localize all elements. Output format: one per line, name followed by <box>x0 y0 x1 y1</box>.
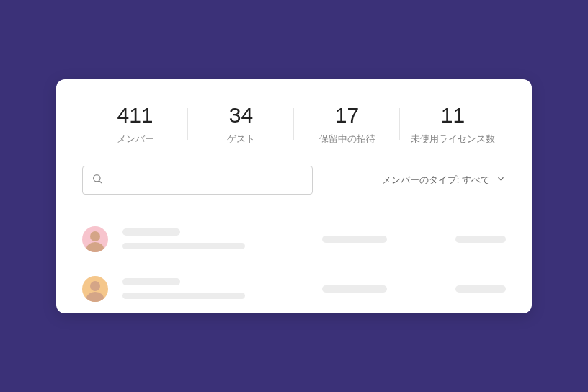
stat-pending-invites: 17 保留中の招待 <box>294 102 400 146</box>
skeleton-text <box>122 243 245 249</box>
stat-unused-licenses: 11 未使用ライセンス数 <box>400 102 506 146</box>
mid-column <box>297 236 411 243</box>
name-column <box>122 278 282 299</box>
controls-row: メンバーのタイプ: すべて <box>82 166 506 195</box>
stat-label: 保留中の招待 <box>294 133 400 146</box>
skeleton-text <box>122 278 180 285</box>
end-column <box>426 285 506 293</box>
avatar <box>82 276 108 302</box>
stat-value: 411 <box>82 102 188 128</box>
member-list <box>82 215 506 313</box>
stat-label: メンバー <box>82 133 188 146</box>
filter-label: メンバーのタイプ: すべて <box>382 174 490 187</box>
skeleton-text <box>122 293 245 299</box>
skeleton-text <box>322 285 387 293</box>
stat-members: 411 メンバー <box>82 102 188 146</box>
list-item[interactable] <box>82 215 506 264</box>
mid-column <box>297 285 411 293</box>
name-column <box>122 228 282 249</box>
skeleton-text <box>455 236 506 243</box>
skeleton-text <box>322 236 387 243</box>
stat-label: ゲスト <box>188 133 294 146</box>
list-item[interactable] <box>82 264 506 313</box>
members-panel: 411 メンバー 34 ゲスト 17 保留中の招待 11 未使用ライセンス数 メ… <box>56 79 532 313</box>
search-input[interactable] <box>109 174 303 186</box>
stat-value: 11 <box>400 102 506 128</box>
stat-value: 17 <box>294 102 400 128</box>
end-column <box>426 236 506 243</box>
skeleton-text <box>455 285 506 293</box>
member-type-filter[interactable]: メンバーのタイプ: すべて <box>382 174 506 187</box>
avatar <box>82 226 108 252</box>
svg-point-0 <box>94 174 100 181</box>
skeleton-text <box>122 228 180 236</box>
svg-line-1 <box>99 181 102 183</box>
stat-guests: 34 ゲスト <box>188 102 294 146</box>
stat-label: 未使用ライセンス数 <box>400 133 506 146</box>
chevron-down-icon <box>496 174 506 186</box>
stats-row: 411 メンバー 34 ゲスト 17 保留中の招待 11 未使用ライセンス数 <box>82 102 506 146</box>
search-box[interactable] <box>82 166 313 195</box>
stat-value: 34 <box>188 102 294 128</box>
search-icon <box>92 173 103 187</box>
